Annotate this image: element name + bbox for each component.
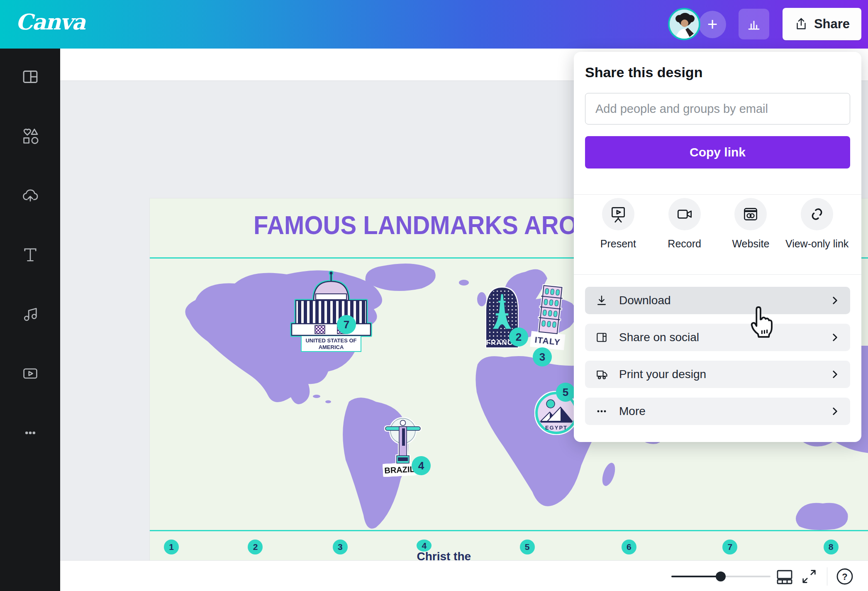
map-badge-5-number: 5	[563, 386, 568, 399]
record-icon	[675, 205, 694, 224]
sidebar-item-audio[interactable]	[0, 293, 60, 335]
sidebar-item-elements[interactable]	[0, 115, 60, 157]
landmark-badge: 3	[333, 540, 348, 554]
map-badge-2[interactable]: 2	[509, 327, 528, 347]
plus-icon: +	[707, 15, 718, 34]
help-icon: ?	[836, 567, 854, 586]
avatar[interactable]	[668, 8, 700, 40]
website-icon	[741, 205, 760, 224]
sticker-usa-label-line1: UNITED STATES OF	[305, 337, 356, 344]
map-badge-2-number: 2	[516, 331, 522, 344]
sticker-usa-label-line2: AMERICA	[319, 344, 344, 350]
quick-action-label: Website	[732, 238, 769, 250]
svg-text:?: ?	[842, 571, 847, 582]
map-badge-4-number: 4	[418, 459, 424, 472]
landmark-badge: 1	[164, 540, 179, 554]
top-bar: Canva + Share	[0, 0, 868, 49]
chevron-right-icon	[829, 406, 840, 417]
menu-item-label: More	[619, 405, 829, 418]
download-icon	[595, 294, 608, 307]
landmark-badge: 8	[824, 540, 839, 554]
fullscreen-button[interactable]	[800, 567, 819, 586]
menu-item-print-your-design[interactable]: Print your design	[585, 361, 850, 388]
sidebar	[0, 49, 60, 591]
text-icon	[21, 246, 39, 264]
quick-actions-row: Present Record Website	[585, 198, 850, 250]
bottom-bar: ?	[60, 560, 868, 591]
uploads-icon	[21, 186, 39, 205]
share-panel-title: Share this design	[585, 64, 850, 81]
map-badge-7-number: 7	[344, 318, 349, 331]
bottom-bar-divider	[827, 567, 827, 586]
panel-divider-1	[574, 194, 861, 195]
pages-grid-icon	[775, 567, 794, 586]
more-dots-icon	[21, 424, 39, 442]
design-title-text[interactable]: FAMOUS LANDMARKS AROUND	[254, 210, 629, 240]
help-button[interactable]: ?	[835, 567, 854, 586]
menu-item-share-on-social[interactable]: Share on social	[585, 324, 850, 351]
templates-icon	[21, 68, 39, 86]
audio-icon	[21, 305, 39, 323]
videos-icon	[21, 364, 39, 383]
sticker-italy-pisa[interactable]: ITALY	[529, 281, 571, 351]
quick-action-website[interactable]: Website	[718, 198, 784, 250]
share-panel: Share this design Copy link Present Rec	[574, 52, 861, 442]
share-button[interactable]: Share	[783, 8, 861, 40]
quick-action-label: View-only link	[785, 238, 848, 250]
panel-divider-2	[574, 274, 861, 275]
zoom-slider-knob[interactable]	[716, 571, 726, 581]
zoom-slider[interactable]	[671, 576, 770, 577]
landmark-badge: 7	[722, 540, 737, 554]
menu-item-label: Print your design	[619, 368, 829, 381]
landmark-badge: 2	[248, 540, 263, 554]
map-badge-4[interactable]: 4	[412, 456, 431, 475]
sticker-brazil-label: BRAZIL	[384, 464, 415, 475]
quick-action-view-only-link[interactable]: View-only link	[784, 198, 850, 250]
landmark-badge: 5	[520, 540, 535, 554]
map-badge-3-number: 3	[539, 351, 545, 364]
quick-action-label: Record	[668, 238, 701, 250]
menu-item-label: Share on social	[619, 331, 829, 344]
quick-action-label: Present	[600, 238, 636, 250]
sticker-usa-capitol[interactable]: UNITED STATES OF AMERICA	[291, 270, 378, 352]
share-social-icon	[595, 331, 608, 344]
expand-arrows-icon	[800, 568, 818, 585]
elements-icon	[21, 127, 39, 145]
sidebar-item-more[interactable]	[0, 412, 60, 454]
avatar-photo	[670, 10, 699, 39]
upload-share-icon	[794, 17, 808, 31]
insights-button[interactable]	[739, 9, 769, 39]
usa-capitol-graphic: UNITED STATES OF AMERICA	[291, 270, 378, 352]
map-badge-7[interactable]: 7	[337, 315, 356, 334]
sticker-egypt-label: EGYPT	[545, 425, 568, 431]
map-badge-3[interactable]: 3	[533, 347, 552, 366]
quick-action-record[interactable]: Record	[651, 198, 718, 250]
bar-chart-icon	[745, 15, 763, 33]
quick-action-present[interactable]: Present	[585, 198, 651, 250]
menu-item-download[interactable]: Download	[585, 287, 850, 314]
menu-item-more[interactable]: More	[585, 398, 850, 425]
share-email-input[interactable]	[585, 93, 850, 125]
canva-logo[interactable]: Canva	[16, 9, 85, 34]
create-design-button[interactable]: +	[699, 11, 726, 38]
pages-view-button[interactable]	[775, 567, 794, 586]
cursor-hand-pointer	[743, 304, 778, 339]
map-badge-5[interactable]: 5	[556, 383, 575, 402]
copy-link-button[interactable]: Copy link	[585, 136, 850, 169]
sidebar-item-videos[interactable]	[0, 353, 60, 394]
view-only-link-icon	[807, 205, 827, 224]
italy-pisa-graphic: ITALY	[529, 281, 571, 351]
print-truck-icon	[595, 368, 608, 381]
share-button-label: Share	[814, 17, 850, 32]
landmark-badge: 6	[622, 540, 636, 554]
zoom-slider-fill	[671, 576, 721, 577]
sidebar-item-templates[interactable]	[0, 56, 60, 98]
chevron-right-icon	[829, 295, 840, 306]
sidebar-item-uploads[interactable]	[0, 175, 60, 216]
sidebar-item-text[interactable]	[0, 234, 60, 276]
menu-item-label: Download	[619, 294, 829, 307]
present-icon	[609, 205, 628, 224]
chevron-right-icon	[829, 332, 840, 343]
more-dots-icon	[595, 405, 608, 418]
chevron-right-icon	[829, 369, 840, 380]
